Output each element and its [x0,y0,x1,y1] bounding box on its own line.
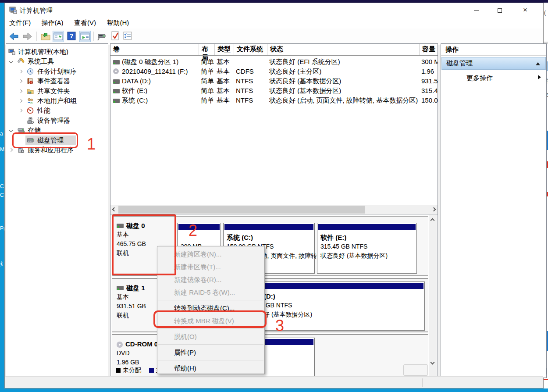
volume-name: 20210409_112411 (F:) [122,68,198,75]
volume-type: 基本 [217,77,230,86]
volume-row[interactable]: (磁盘 0 磁盘分区 1) 简单 基本 状态良好 (EFI 系统分区) 300 … [110,57,438,67]
actions-group-disk-management[interactable]: 磁盘管理 [441,57,546,70]
scroll-right-icon[interactable] [432,207,436,212]
up-folder-icon[interactable] [40,31,51,42]
chevron-right-icon[interactable] [9,148,13,152]
menu-item-properties[interactable]: 属性(P) [157,346,264,359]
tree-item-shared-folders[interactable]: 共享文件夹 [6,86,108,96]
chevron-right-icon[interactable] [19,70,22,73]
volume-row[interactable]: 20210409_112411 (F:) 简单 基本 CDFS 状态良好 (主分… [110,67,438,77]
export-check-icon[interactable] [110,31,121,42]
forward-icon[interactable] [21,31,33,42]
tree-item-label: 事件查看器 [37,77,70,86]
chevron-down-icon[interactable] [9,128,13,132]
partition-color-bar [178,224,220,230]
scroll-up-icon[interactable] [431,218,435,223]
partition-name: 软件 (E:) [320,233,388,242]
actions-group-label: 磁盘管理 [446,59,473,67]
disk-volume-icon [113,89,120,93]
legend-primary-swatch [149,368,154,373]
background-fragment: M [0,146,4,153]
column-header-status[interactable]: 状态 [267,44,420,55]
status-divider [422,378,423,387]
volume-fs: NTFS [236,87,253,94]
annotation-box-step1 [12,132,78,148]
partition-color-bar [224,224,313,230]
chevron-right-icon[interactable] [19,109,22,112]
tree-item-computer-management[interactable]: 计算机管理(本地) [6,47,108,57]
gauge-icon [27,107,34,114]
menu-item-help[interactable]: 帮助(H) [157,362,264,374]
close-button[interactable]: × [515,3,535,17]
volume-row[interactable]: 软件 (E:) 简单 基本 NTFS 状态良好 (基本数据分区) 315.4 [110,86,438,96]
title-bar[interactable]: 计算机管理 × [5,3,543,17]
scroll-left-icon[interactable] [112,207,117,212]
tree-item-performance[interactable]: 性能 [6,106,108,115]
disk-volume-icon [113,99,120,103]
shared-folder-icon [27,88,34,95]
users-icon [27,97,34,104]
legend-unallocated-label: 未分配 [123,367,141,374]
scrollbar-thumb[interactable] [118,206,365,214]
device-manager-icon [27,117,34,124]
menu-item-offline[interactable]: 脱机(O) [157,330,264,343]
customize-list-icon[interactable] [122,31,134,42]
column-header-filesystem[interactable]: 文件系统 [234,44,267,55]
chevron-right-icon[interactable] [19,99,22,103]
volume-name: DATA (D:) [122,77,198,85]
menu-separator [158,328,263,329]
action-pane-icon[interactable] [79,31,91,42]
chevron-right-icon[interactable] [19,89,22,93]
computer-icon [8,48,15,55]
volume-type: 基本 [217,58,230,66]
volume-capacity: 150.0 [421,96,438,104]
menu-view[interactable]: 查看(V) [70,17,100,29]
console-tree-icon[interactable] [53,31,64,42]
chevron-right-icon[interactable] [19,79,22,83]
tree-item-task-scheduler[interactable]: 任务计划程序 [6,67,108,76]
vertical-scrollbar[interactable] [429,215,437,377]
maximize-button[interactable] [490,3,510,17]
disk-icon [117,286,124,290]
help-icon[interactable]: ? [66,31,78,42]
volume-row[interactable]: DATA (D:) 简单 基本 NTFS 状态良好 (基本数据分区) 931.5 [110,77,438,86]
tree-item-system-tools[interactable]: 系统工具 [6,57,108,66]
tree-item-label: 计算机管理(本地) [18,48,68,56]
volume-status: 状态良好 (启动, 页面文件, 故障转储, 基本数据分区) [269,96,419,105]
volume-list: 卷 布局 类型 文件系统 状态 容量 (磁盘 0 磁盘分区 1) 简单 基本 状… [110,43,438,215]
partition-d[interactable]: DATA (D:) 931.51 GB NTFS 状态良好 (基本数据分区) [242,282,425,331]
tree-item-local-users-groups[interactable]: 本地用户和组 [6,96,108,106]
menu-item-new-raid5-volume[interactable]: 新建 RAID-5 卷(W)... [157,286,264,299]
column-header-capacity[interactable]: 容量 [420,44,438,55]
volume-layout: 简单 [201,96,214,105]
legend-unallocated-swatch [116,368,121,373]
tree-item-label: 共享文件夹 [37,87,70,96]
horizontal-scrollbar[interactable] [110,205,438,214]
menu-action[interactable]: 操作(A) [37,17,68,29]
partition-e[interactable]: 软件 (E:) 315.45 GB NTFS 状态良好 (基本数据分区) [317,223,417,274]
more-actions-item[interactable]: 更多操作 [441,73,546,84]
column-header-layout[interactable]: 布局 [199,44,215,55]
background-fragment: ( [544,10,546,16]
volume-capacity: 931.5 [421,77,438,85]
disk-volume-icon [113,60,120,64]
scroll-down-icon[interactable] [431,360,435,365]
annotation-number-1: 1 [87,135,96,153]
minimize-button[interactable] [466,3,486,17]
disk-name: 磁盘 1 [126,284,145,292]
collapse-icon[interactable] [536,62,540,65]
volume-name: (磁盘 0 磁盘分区 1) [122,58,198,66]
menu-separator [158,344,263,345]
tree-item-event-viewer[interactable]: 事件查看器 [6,76,108,86]
actions-header: 操作 [441,44,546,56]
menu-help[interactable]: 帮助(H) [103,17,134,29]
tree-item-device-manager[interactable]: 设备管理器 [6,116,108,125]
column-header-type[interactable]: 类型 [215,44,234,55]
chevron-down-icon[interactable] [9,60,13,63]
volume-row[interactable]: 系统 (C:) 简单 基本 NTFS 状态良好 (启动, 页面文件, 故障转储,… [110,96,438,106]
clock-icon [27,68,34,75]
column-header-volume[interactable]: 卷 [110,44,199,55]
menu-file[interactable]: 文件(F) [5,17,35,29]
console-icon[interactable] [96,31,108,42]
back-icon[interactable] [8,31,20,42]
